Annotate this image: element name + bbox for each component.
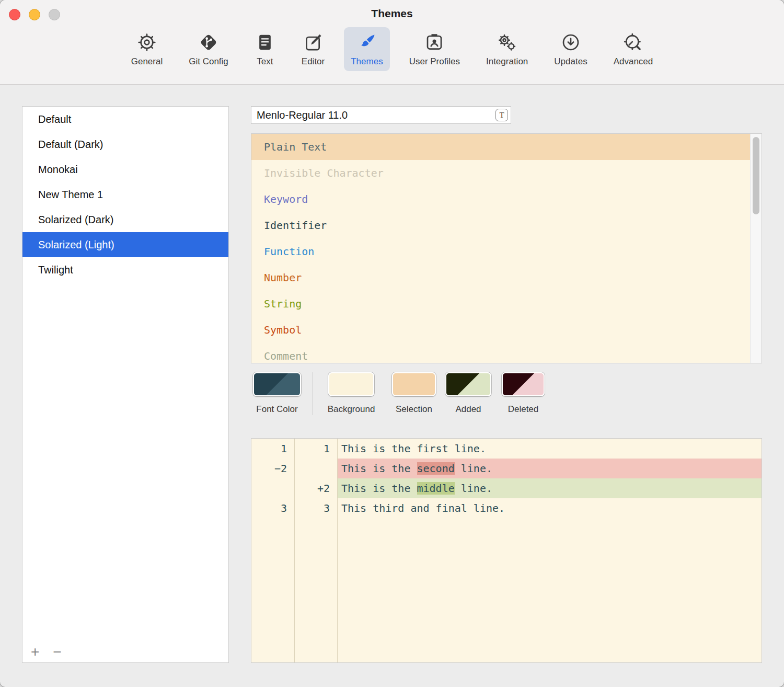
code-text: This is the second line. bbox=[337, 459, 762, 478]
added-color-label: Added bbox=[444, 404, 492, 415]
font-field[interactable]: T bbox=[251, 106, 511, 124]
theme-row-default[interactable]: Default bbox=[22, 107, 228, 132]
theme-row-new-theme-1[interactable]: New Theme 1 bbox=[22, 182, 228, 207]
toolbar-item-updates[interactable]: Updates bbox=[547, 27, 594, 71]
toolbar-item-label: Text bbox=[257, 56, 273, 67]
code-segment: line. bbox=[455, 482, 492, 495]
preview-scrollbar[interactable] bbox=[750, 134, 762, 363]
code-text: This is the first line. bbox=[337, 439, 762, 459]
theme-row-monokai[interactable]: Monokai bbox=[22, 157, 228, 182]
badge-icon bbox=[424, 31, 445, 54]
old-line-number: −2 bbox=[251, 459, 294, 478]
diff-preview: 1 1 This is the first line. −2 This is t… bbox=[251, 438, 762, 663]
title-bar: Themes General bbox=[0, 0, 784, 85]
new-line-number: +2 bbox=[294, 478, 337, 498]
toolbar-item-label: General bbox=[131, 56, 163, 67]
theme-list-footer: + − bbox=[31, 645, 62, 659]
color-well-group-deleted: Deleted bbox=[500, 372, 547, 415]
deleted-color-well[interactable] bbox=[502, 372, 545, 396]
font-field-value[interactable] bbox=[257, 107, 481, 123]
preview-row-keyword[interactable]: Keyword bbox=[251, 186, 762, 212]
preview-row-function[interactable]: Function bbox=[251, 238, 762, 265]
toolbar-item-label: Updates bbox=[554, 56, 587, 67]
gutter-separator bbox=[294, 439, 295, 662]
new-line-number: 1 bbox=[294, 439, 337, 459]
diff-row-context-1: 1 1 This is the first line. bbox=[251, 439, 762, 459]
toolbar-item-git-config[interactable]: Git Config bbox=[182, 27, 235, 71]
diff-row-added: +2 This is the middle line. bbox=[251, 478, 762, 498]
scrollbar-thumb[interactable] bbox=[753, 137, 759, 214]
font-color-well[interactable] bbox=[253, 372, 301, 396]
toolbar-item-text[interactable]: Text bbox=[248, 27, 282, 71]
deleted-word-highlight: second bbox=[417, 462, 455, 475]
color-well-group-font: Font Color bbox=[251, 372, 303, 415]
code-segment: line. bbox=[455, 462, 492, 475]
git-icon bbox=[198, 31, 219, 54]
toolbar-item-label: Themes bbox=[351, 56, 383, 67]
theme-row-solarized-dark[interactable]: Solarized (Dark) bbox=[22, 207, 228, 232]
new-line-number: 3 bbox=[294, 498, 337, 518]
paintbrush-icon bbox=[356, 31, 377, 54]
toolbar-item-general[interactable]: General bbox=[124, 27, 169, 71]
remove-theme-button[interactable]: − bbox=[53, 645, 61, 659]
added-word-highlight: middle bbox=[417, 482, 455, 495]
background-color-well[interactable] bbox=[328, 372, 374, 396]
font-color-label: Font Color bbox=[251, 404, 303, 415]
code-segment: This is the bbox=[341, 462, 417, 475]
download-circle-icon bbox=[560, 31, 581, 54]
document-icon bbox=[255, 31, 275, 54]
preview-row-comment[interactable]: Comment bbox=[251, 343, 762, 363]
color-well-group-added: Added bbox=[444, 372, 492, 415]
preview-row-symbol[interactable]: Symbol bbox=[251, 317, 762, 343]
preview-row-number[interactable]: Number bbox=[251, 265, 762, 291]
preview-row-invisible-character[interactable]: Invisible Character bbox=[251, 160, 762, 186]
toolbar-item-themes[interactable]: Themes bbox=[344, 27, 389, 71]
theme-row-solarized-light[interactable]: Solarized (Light) bbox=[22, 232, 228, 257]
dial-icon bbox=[622, 31, 643, 54]
diff-row-deleted: −2 This is the second line. bbox=[251, 459, 762, 478]
toolbar-item-user-profiles[interactable]: User Profiles bbox=[402, 27, 467, 71]
toolbar: General Git Config bbox=[0, 27, 784, 71]
deleted-color-label: Deleted bbox=[500, 404, 547, 415]
preferences-window: Themes General bbox=[0, 0, 784, 687]
selection-color-label: Selection bbox=[388, 404, 440, 415]
toolbar-item-integration[interactable]: Integration bbox=[479, 27, 535, 71]
old-line-number: 1 bbox=[251, 439, 294, 459]
color-well-group-selection: Selection bbox=[388, 372, 440, 415]
gutter-separator bbox=[337, 439, 338, 662]
color-well-group-background: Background bbox=[321, 372, 382, 415]
theme-row-default-dark[interactable]: Default (Dark) bbox=[22, 132, 228, 157]
preview-row-string[interactable]: String bbox=[251, 291, 762, 317]
swatch-divider bbox=[313, 372, 313, 415]
window-title: Themes bbox=[0, 7, 784, 20]
code-text: This third and final line. bbox=[337, 498, 762, 518]
code-segment: This is the bbox=[341, 482, 417, 495]
toolbar-item-advanced[interactable]: Advanced bbox=[607, 27, 660, 71]
preview-row-plain-text[interactable]: Plain Text bbox=[251, 134, 762, 160]
style-preview: Plain Text Invisible Character Keyword I… bbox=[251, 133, 762, 363]
theme-list: Default Default (Dark) Monokai New Theme… bbox=[22, 106, 229, 663]
theme-row-twilight[interactable]: Twilight bbox=[22, 257, 228, 282]
background-color-label: Background bbox=[321, 404, 382, 415]
gear-icon bbox=[136, 31, 157, 54]
font-picker-button[interactable]: T bbox=[495, 109, 508, 121]
new-line-number bbox=[294, 459, 337, 478]
selection-color-well[interactable] bbox=[392, 372, 436, 396]
toolbar-item-editor[interactable]: Editor bbox=[295, 27, 331, 71]
gears-icon bbox=[497, 31, 517, 54]
old-line-number bbox=[251, 478, 294, 498]
toolbar-item-label: Editor bbox=[302, 56, 325, 67]
code-text: This is the middle line. bbox=[337, 478, 762, 498]
toolbar-item-label: Git Config bbox=[189, 56, 228, 67]
toolbar-item-label: Integration bbox=[486, 56, 528, 67]
old-line-number: 3 bbox=[251, 498, 294, 518]
toolbar-item-label: User Profiles bbox=[409, 56, 460, 67]
preview-row-identifier[interactable]: Identifier bbox=[251, 212, 762, 238]
pencil-square-icon bbox=[303, 31, 324, 54]
diff-row-context-2: 3 3 This third and final line. bbox=[251, 498, 762, 518]
toolbar-item-label: Advanced bbox=[614, 56, 653, 67]
add-theme-button[interactable]: + bbox=[31, 645, 39, 659]
added-color-well[interactable] bbox=[445, 372, 491, 396]
